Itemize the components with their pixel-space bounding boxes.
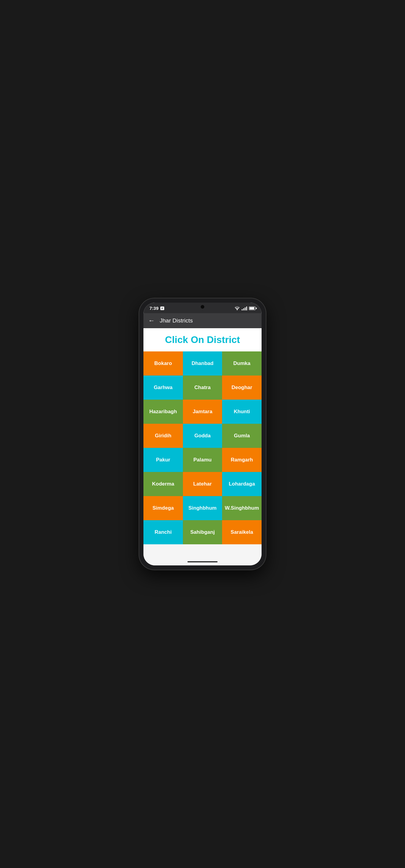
signal-icon — [242, 306, 247, 310]
content-area: Click On District BokaroDhanbadDumkaGarh… — [144, 328, 261, 559]
battery-fill — [250, 307, 254, 310]
district-cell[interactable]: Ramgarh — [222, 448, 261, 472]
back-button[interactable]: ← — [148, 317, 155, 324]
wifi-icon — [235, 306, 240, 310]
district-cell[interactable]: Jamtara — [183, 400, 222, 424]
district-cell[interactable]: Simdega — [144, 496, 183, 520]
district-cell[interactable]: Singhbhum — [183, 496, 222, 520]
district-cell[interactable]: Khunti — [222, 400, 261, 424]
status-time: 7:39 A — [150, 306, 164, 311]
app-title: Jhar Districts — [160, 317, 193, 324]
svg-point-0 — [237, 310, 238, 310]
district-cell[interactable]: Dumka — [222, 351, 261, 375]
time-text: 7:39 — [150, 306, 158, 311]
app-bar: ← Jhar Districts — [144, 313, 261, 328]
district-cell[interactable]: Deoghar — [222, 375, 261, 400]
district-cell[interactable]: Hazaribagh — [144, 400, 183, 424]
click-header: Click On District — [144, 328, 261, 351]
status-icons — [235, 306, 255, 310]
home-bar — [187, 561, 218, 562]
a-badge: A — [160, 307, 164, 310]
district-cell[interactable]: W.Singhbhum — [222, 496, 261, 520]
district-cell[interactable]: Garhwa — [144, 375, 183, 400]
district-cell[interactable]: Dhanbad — [183, 351, 222, 375]
district-cell[interactable]: Bokaro — [144, 351, 183, 375]
district-cell[interactable]: Saraikela — [222, 520, 261, 544]
district-cell[interactable]: Chatra — [183, 375, 222, 400]
district-cell[interactable]: Pakur — [144, 448, 183, 472]
district-cell[interactable]: Latehar — [183, 472, 222, 496]
home-indicator — [144, 559, 261, 565]
district-grid: BokaroDhanbadDumkaGarhwaChatraDeogharHaz… — [144, 351, 261, 544]
district-cell[interactable]: Giridih — [144, 424, 183, 448]
district-cell[interactable]: Sahibganj — [183, 520, 222, 544]
battery-icon — [249, 307, 255, 310]
phone-device: 7:39 A — [139, 299, 266, 569]
click-header-text: Click On District — [147, 334, 258, 345]
phone-screen: 7:39 A — [144, 303, 261, 565]
district-cell[interactable]: Gumla — [222, 424, 261, 448]
district-cell[interactable]: Ranchi — [144, 520, 183, 544]
district-cell[interactable]: Koderma — [144, 472, 183, 496]
district-cell[interactable]: Godda — [183, 424, 222, 448]
district-cell[interactable]: Palamu — [183, 448, 222, 472]
district-cell[interactable]: Lohardaga — [222, 472, 261, 496]
camera — [201, 305, 204, 309]
